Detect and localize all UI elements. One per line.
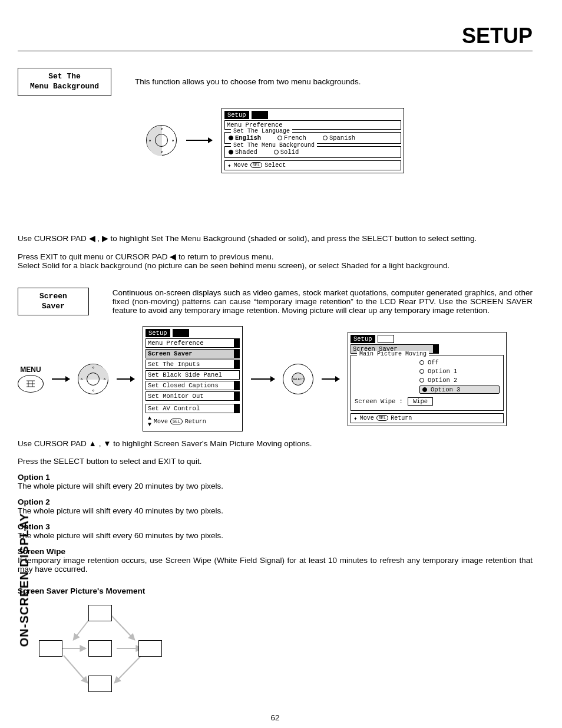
radio-solid[interactable]: Solid [274, 149, 299, 156]
radio-dot-icon [422, 387, 427, 392]
paragraph: Select Solid for a black background (no … [18, 261, 533, 270]
arrow-right-icon [52, 378, 70, 380]
radio-spanish[interactable]: Spanish [323, 134, 355, 141]
updown-icon: ▲▼ [148, 415, 151, 428]
arrow-right-icon [322, 378, 339, 380]
wipe-label: Screen Wipe : [355, 398, 403, 405]
menu-button-icon [18, 375, 44, 393]
osd-footer: ✦ Move SEL Return [351, 413, 504, 423]
page-title: SETUP [18, 24, 533, 51]
paragraph: If temporary image retention occurs, use… [18, 556, 533, 574]
move-icon: ✦ [227, 162, 232, 169]
paragraph: Use CURSOR PAD ▲ , ▼ to highlight Screen… [18, 439, 533, 450]
side-tab: ON-SCREEN DISPLAY [18, 513, 31, 647]
list-item[interactable]: Screen Saver [146, 349, 240, 358]
osd-setup-menu: Setup Menu Preference Screen Saver Set T… [143, 326, 243, 431]
list-item[interactable]: Set Black Side Panel [146, 370, 240, 380]
radio-dot-icon [419, 369, 424, 374]
list-item[interactable]: Set The Inputs [146, 360, 240, 369]
page-number: 62 [18, 713, 533, 722]
select-label: SELECT [292, 373, 305, 386]
radio-option2[interactable]: Option 2 [419, 377, 500, 384]
group-title: Main Picture Moving [357, 351, 429, 357]
list-item[interactable]: Set Monitor Out [146, 391, 240, 401]
radio-dot-icon [277, 136, 282, 140]
movement-diagram [18, 601, 171, 696]
paragraph: The whole picture will shift every 20 mi… [18, 482, 533, 490]
list-item[interactable]: Menu Preference [146, 338, 240, 348]
label: Saver [42, 302, 65, 311]
wipe-button[interactable]: Wipe [408, 397, 433, 406]
radio-dot-icon [274, 150, 279, 154]
tab: Setup [148, 330, 167, 337]
group-title: Set The Menu Background [231, 142, 317, 149]
heading: Option 1 [18, 473, 533, 482]
sel-icon: SEL [250, 162, 263, 168]
menu-background-button: Set The Menu Background [18, 68, 111, 96]
tab: Setup [227, 111, 246, 118]
cursor-pad-icon [146, 125, 177, 156]
list-item[interactable]: Set AV Control [146, 404, 240, 413]
osd-screen-saver: Setup Screen Saver Main Picture Moving O… [348, 332, 507, 426]
arrow-right-icon [186, 140, 212, 141]
radio-off[interactable]: Off [419, 359, 500, 366]
label: Screen [39, 292, 67, 301]
paragraph: The whole picture will shift every 40 mi… [18, 506, 533, 515]
arrow-right-icon [251, 378, 275, 380]
list-item[interactable]: Set Closed Captions [146, 381, 240, 390]
cursor-pad-icon [78, 364, 108, 394]
osd-footer: ▲▼ Move SEL Return [146, 414, 240, 429]
group-title: Set The Language [231, 128, 292, 134]
osd-footer: ✦ Move SEL Select [224, 160, 401, 170]
paragraph: The whole picture will shift every 60 mi… [18, 531, 533, 540]
radio-french[interactable]: French [277, 134, 306, 141]
heading: Option 3 [18, 522, 533, 531]
paragraph: Press EXIT to quit menu or CURSOR PAD ◀ … [18, 252, 533, 261]
radio-dot-icon [323, 136, 328, 140]
sel-icon: SEL [376, 415, 389, 421]
paragraph: Press the SELECT button to select and EX… [18, 457, 533, 466]
radio-option1[interactable]: Option 1 [419, 368, 500, 375]
screen-saver-button: Screen Saver [18, 288, 89, 316]
paragraph: Use CURSOR PAD ◀ , ▶ to highlight Set Th… [18, 233, 533, 245]
heading: Screen Saver Picture's Movement [18, 587, 533, 595]
svg-line-4 [64, 655, 87, 683]
move-icon: ✦ [353, 414, 358, 422]
radio-dot-icon [419, 360, 424, 365]
menu-label: MENU [18, 365, 44, 374]
arrow-right-icon [117, 378, 134, 380]
radio-option3[interactable]: Option 3 [419, 386, 500, 394]
intro-text: Continuous on-screen displays such as vi… [113, 288, 533, 315]
tab: Setup [353, 335, 372, 342]
label: Menu Background [30, 82, 99, 91]
svg-line-1 [109, 613, 134, 640]
radio-shaded[interactable]: Shaded [229, 149, 257, 156]
select-button-icon: SELECT [283, 364, 313, 394]
osd-menu-preference: Setup Menu Preference Set The Language E… [222, 108, 404, 173]
svg-line-5 [115, 655, 141, 683]
label: Set The [48, 72, 81, 81]
radio-english[interactable]: English [229, 134, 261, 141]
radio-dot-icon [419, 378, 424, 383]
heading: Option 2 [18, 498, 533, 506]
heading: Screen Wipe [18, 547, 533, 556]
intro-text: This function allows you to choose from … [135, 77, 361, 86]
radio-dot-icon [229, 136, 233, 140]
radio-dot-icon [229, 150, 233, 154]
sel-icon: SEL [170, 419, 183, 424]
